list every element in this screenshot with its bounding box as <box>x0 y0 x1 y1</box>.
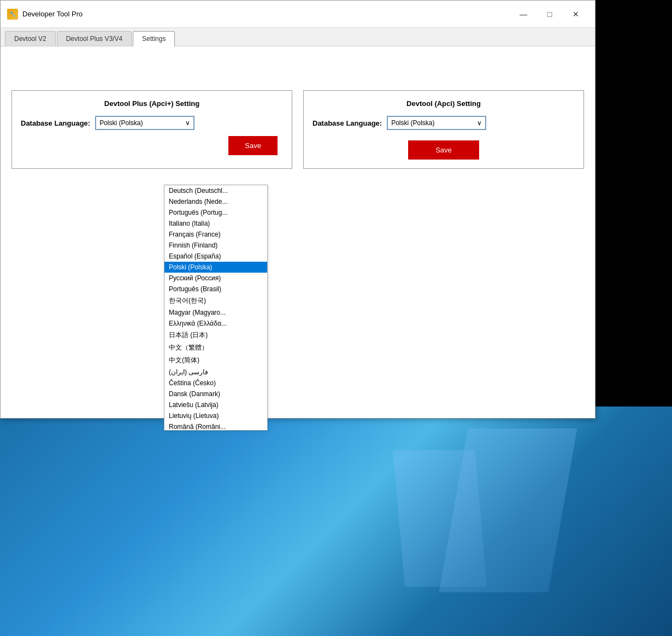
dropdown-item[interactable]: 日本語 (日本) <box>164 329 267 341</box>
dropdown-item[interactable]: فارسی (ایران) <box>164 367 267 378</box>
desktop-shape-2 <box>393 450 487 587</box>
left-db-language-label: Database Language: <box>21 119 90 127</box>
dropdown-item[interactable]: Français (France) <box>164 229 267 240</box>
left-selected-value: Polski (Polska) <box>99 119 143 127</box>
dropdown-item[interactable]: Čeština (Česko) <box>164 378 267 388</box>
maximize-button[interactable]: □ <box>537 6 562 22</box>
settings-panels-row: Devtool Plus (Apci+) Setting Database La… <box>11 90 584 169</box>
left-settings-panel: Devtool Plus (Apci+) Setting Database La… <box>11 90 292 169</box>
left-panel-title: Devtool Plus (Apci+) Setting <box>21 99 283 108</box>
dropdown-item[interactable]: Deutsch (Deutschl... <box>164 185 267 196</box>
language-dropdown-list[interactable]: Deutsch (Deutschl...Nederlands (Nede...P… <box>164 185 268 431</box>
app-icon: 🔧 <box>7 9 18 20</box>
right-db-language-row: Database Language: Polski (Polska) ∨ <box>313 116 575 129</box>
tab-devtool-v2[interactable]: Devtool V2 <box>5 31 56 46</box>
title-bar: 🔧 Developer Tool Pro — □ ✕ <box>1 1 595 28</box>
dropdown-item[interactable]: Português (Brasil) <box>164 284 267 295</box>
right-language-select-box[interactable]: Polski (Polska) ∨ <box>387 116 486 129</box>
right-save-button[interactable]: Save <box>408 140 479 160</box>
right-dropdown-arrow-icon: ∨ <box>477 119 482 127</box>
dropdown-item[interactable]: Dansk (Danmark) <box>164 388 267 399</box>
main-content: Devtool Plus (Apci+) Setting Database La… <box>1 46 595 418</box>
dropdown-item[interactable]: Ελληνικά (Ελλάδα... <box>164 318 267 329</box>
dropdown-item[interactable]: 中文(简体) <box>164 354 267 367</box>
right-panel-title: Devtool (Apci) Setting <box>313 99 575 108</box>
close-button[interactable]: ✕ <box>563 6 588 22</box>
minimize-button[interactable]: — <box>511 6 536 22</box>
left-db-language-row: Database Language: Polski (Polska) ∨ <box>21 116 283 129</box>
dropdown-item[interactable]: 中文（繁體） <box>164 341 267 354</box>
tab-devtool-plus[interactable]: Devtool Plus V3/V4 <box>57 31 132 46</box>
left-dropdown-arrow-icon: ∨ <box>185 119 190 127</box>
app-title: Developer Tool Pro <box>22 10 511 18</box>
right-selected-value: Polski (Polska) <box>391 119 434 127</box>
tab-settings[interactable]: Settings <box>133 31 175 46</box>
right-db-language-label: Database Language: <box>313 119 382 127</box>
dropdown-item[interactable]: Español (España) <box>164 251 267 262</box>
desktop-background <box>0 407 672 636</box>
dropdown-item[interactable]: Latviešu (Latvija) <box>164 399 267 410</box>
left-language-select-box[interactable]: Polski (Polska) ∨ <box>96 116 194 129</box>
dropdown-item[interactable]: Finnish (Finland) <box>164 240 267 251</box>
dropdown-item[interactable]: Magyar (Magyaro... <box>164 307 267 318</box>
dropdown-item[interactable]: Русский (Россия) <box>164 273 267 284</box>
dropdown-item[interactable]: Nederlands (Nede... <box>164 196 267 207</box>
dropdown-item[interactable]: Português (Portug... <box>164 207 267 218</box>
right-settings-panel: Devtool (Apci) Setting Database Language… <box>303 90 584 169</box>
app-window: 🔧 Developer Tool Pro — □ ✕ Devtool V2 De… <box>0 0 596 419</box>
dropdown-item[interactable]: Lietuvių (Lietuva) <box>164 410 267 421</box>
dropdown-item[interactable]: 한국어(한국) <box>164 295 267 307</box>
window-controls: — □ ✕ <box>511 6 588 22</box>
dropdown-item[interactable]: Polski (Polska) <box>164 262 267 273</box>
dropdown-item[interactable]: Italiano (Italia) <box>164 218 267 229</box>
dropdown-item[interactable]: Română (Români... <box>164 421 267 431</box>
tab-bar: Devtool V2 Devtool Plus V3/V4 Settings <box>1 28 595 46</box>
left-save-button[interactable]: Save <box>228 136 278 155</box>
